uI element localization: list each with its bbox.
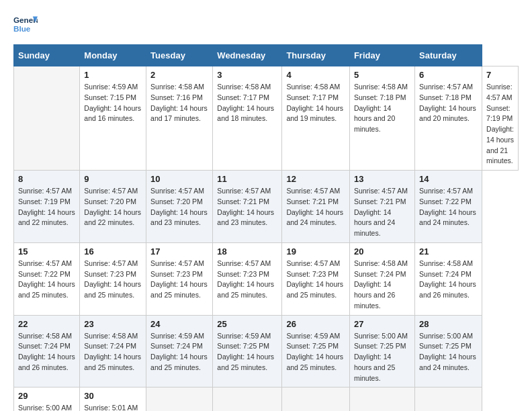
calendar-day-2: 2 Sunrise: 4:58 AM Sunset: 7:16 PM Dayli… [146,66,213,171]
calendar-day-5: 5 Sunrise: 4:58 AM Sunset: 7:18 PM Dayli… [349,66,414,171]
calendar-day-21: 21 Sunrise: 4:58 AM Sunset: 7:24 PM Dayl… [415,242,482,315]
day-info: Sunrise: 4:57 AM Sunset: 7:23 PM Dayligh… [286,259,345,301]
calendar-day-26: 26 Sunrise: 4:59 AM Sunset: 7:25 PM Dayl… [282,315,350,387]
calendar-day-13: 13 Sunrise: 4:57 AM Sunset: 7:21 PM Dayl… [349,171,414,243]
day-number: 5 [354,70,410,80]
empty-cell [14,66,80,171]
day-info: Sunrise: 4:57 AM Sunset: 7:23 PM Dayligh… [217,259,277,301]
calendar-day-17: 17 Sunrise: 4:57 AM Sunset: 7:23 PM Dayl… [146,242,213,315]
day-info: Sunrise: 4:58 AM Sunset: 7:17 PM Dayligh… [217,82,277,124]
calendar-day-1: 1 Sunrise: 4:59 AM Sunset: 7:15 PM Dayli… [80,66,146,171]
calendar-day-22: 22 Sunrise: 4:58 AM Sunset: 7:24 PM Dayl… [14,315,80,387]
calendar-week-2: 8 Sunrise: 4:57 AM Sunset: 7:19 PM Dayli… [14,171,519,243]
day-number: 20 [354,246,410,257]
calendar-day-18: 18 Sunrise: 4:57 AM Sunset: 7:23 PM Dayl… [213,242,282,315]
day-info: Sunrise: 4:57 AM Sunset: 7:23 PM Dayligh… [84,259,142,301]
calendar-day-20: 20 Sunrise: 4:58 AM Sunset: 7:24 PM Dayl… [349,242,414,315]
calendar-day-15: 15 Sunrise: 4:57 AM Sunset: 7:22 PM Dayl… [14,242,80,315]
day-info: Sunrise: 4:59 AM Sunset: 7:24 PM Dayligh… [150,331,208,373]
calendar-day-7: 7 Sunrise: 4:57 AM Sunset: 7:19 PM Dayli… [482,66,519,171]
day-number: 25 [217,319,277,329]
day-number: 23 [84,319,142,329]
day-info: Sunrise: 4:57 AM Sunset: 7:19 PM Dayligh… [18,186,75,228]
day-info: Sunrise: 4:57 AM Sunset: 7:22 PM Dayligh… [419,186,478,228]
calendar-day-24: 24 Sunrise: 4:59 AM Sunset: 7:24 PM Dayl… [146,315,213,387]
page-header: General Blue [13,13,519,38]
day-info: Sunrise: 4:58 AM Sunset: 7:16 PM Dayligh… [150,82,208,124]
day-info: Sunrise: 4:57 AM Sunset: 7:23 PM Dayligh… [150,259,208,301]
calendar-day-23: 23 Sunrise: 4:58 AM Sunset: 7:24 PM Dayl… [80,315,146,387]
calendar-week-3: 15 Sunrise: 4:57 AM Sunset: 7:22 PM Dayl… [14,242,519,315]
day-info: Sunrise: 4:58 AM Sunset: 7:24 PM Dayligh… [419,259,478,301]
day-number: 1 [84,70,142,80]
calendar-day-6: 6 Sunrise: 4:57 AM Sunset: 7:18 PM Dayli… [415,66,482,171]
svg-text:Blue: Blue [13,24,31,33]
day-number: 10 [150,174,208,184]
weekday-header-monday: Monday [80,45,146,66]
weekday-header-row: SundayMondayTuesdayWednesdayThursdayFrid… [14,45,519,66]
day-info: Sunrise: 4:59 AM Sunset: 7:25 PM Dayligh… [217,331,277,373]
day-number: 29 [18,391,75,401]
day-info: Sunrise: 4:57 AM Sunset: 7:21 PM Dayligh… [217,186,277,228]
calendar-day-4: 4 Sunrise: 4:58 AM Sunset: 7:17 PM Dayli… [282,66,350,171]
day-number: 24 [150,319,208,329]
calendar-week-4: 22 Sunrise: 4:58 AM Sunset: 7:24 PM Dayl… [14,315,519,387]
weekday-header-thursday: Thursday [282,45,350,66]
empty-cell [213,387,282,411]
calendar-day-3: 3 Sunrise: 4:58 AM Sunset: 7:17 PM Dayli… [213,66,282,171]
day-number: 13 [354,174,410,184]
calendar-day-16: 16 Sunrise: 4:57 AM Sunset: 7:23 PM Dayl… [80,242,146,315]
day-number: 3 [217,70,277,80]
day-number: 9 [84,174,142,184]
day-number: 7 [486,70,514,80]
calendar-day-28: 28 Sunrise: 5:00 AM Sunset: 7:25 PM Dayl… [415,315,482,387]
calendar-day-8: 8 Sunrise: 4:57 AM Sunset: 7:19 PM Dayli… [14,171,80,243]
day-number: 6 [419,70,478,80]
day-number: 26 [286,319,345,329]
day-info: Sunrise: 4:58 AM Sunset: 7:24 PM Dayligh… [354,259,410,312]
weekday-header-saturday: Saturday [415,45,482,66]
calendar-day-29: 29 Sunrise: 5:00 AM Sunset: 7:25 PM Dayl… [14,387,80,411]
empty-cell [282,387,350,411]
calendar-day-12: 12 Sunrise: 4:57 AM Sunset: 7:21 PM Dayl… [282,171,350,243]
day-number: 12 [286,174,345,184]
day-info: Sunrise: 4:58 AM Sunset: 7:24 PM Dayligh… [84,331,142,373]
day-info: Sunrise: 4:57 AM Sunset: 7:20 PM Dayligh… [84,186,142,228]
day-info: Sunrise: 5:01 AM Sunset: 7:25 PM Dayligh… [84,403,142,411]
calendar-day-9: 9 Sunrise: 4:57 AM Sunset: 7:20 PM Dayli… [80,171,146,243]
weekday-header-tuesday: Tuesday [146,45,213,66]
calendar-day-14: 14 Sunrise: 4:57 AM Sunset: 7:22 PM Dayl… [415,171,482,243]
day-info: Sunrise: 4:59 AM Sunset: 7:25 PM Dayligh… [286,331,345,373]
day-number: 2 [150,70,208,80]
day-number: 8 [18,174,75,184]
logo-icon: General Blue [13,13,38,38]
calendar-day-27: 27 Sunrise: 5:00 AM Sunset: 7:25 PM Dayl… [349,315,414,387]
day-info: Sunrise: 4:58 AM Sunset: 7:24 PM Dayligh… [18,331,75,373]
calendar-day-30: 30 Sunrise: 5:01 AM Sunset: 7:25 PM Dayl… [80,387,146,411]
logo: General Blue [13,13,38,38]
day-info: Sunrise: 5:00 AM Sunset: 7:25 PM Dayligh… [354,331,410,384]
day-number: 15 [18,246,75,257]
day-number: 22 [18,319,75,329]
calendar-day-10: 10 Sunrise: 4:57 AM Sunset: 7:20 PM Dayl… [146,171,213,243]
day-info: Sunrise: 4:57 AM Sunset: 7:21 PM Dayligh… [286,186,345,228]
day-info: Sunrise: 4:57 AM Sunset: 7:19 PM Dayligh… [486,82,514,167]
day-number: 18 [217,246,277,257]
day-number: 30 [84,391,142,401]
day-info: Sunrise: 4:58 AM Sunset: 7:17 PM Dayligh… [286,82,345,124]
empty-cell [146,387,213,411]
day-info: Sunrise: 4:59 AM Sunset: 7:15 PM Dayligh… [84,82,142,124]
day-info: Sunrise: 4:57 AM Sunset: 7:18 PM Dayligh… [419,82,478,124]
day-info: Sunrise: 4:57 AM Sunset: 7:20 PM Dayligh… [150,186,208,228]
day-number: 17 [150,246,208,257]
weekday-header-friday: Friday [349,45,414,66]
day-info: Sunrise: 4:57 AM Sunset: 7:22 PM Dayligh… [18,259,75,301]
calendar-day-25: 25 Sunrise: 4:59 AM Sunset: 7:25 PM Dayl… [213,315,282,387]
day-number: 27 [354,319,410,329]
calendar-day-19: 19 Sunrise: 4:57 AM Sunset: 7:23 PM Dayl… [282,242,350,315]
day-info: Sunrise: 5:00 AM Sunset: 7:25 PM Dayligh… [18,403,75,411]
day-number: 28 [419,319,478,329]
calendar-week-1: 1 Sunrise: 4:59 AM Sunset: 7:15 PM Dayli… [14,66,519,171]
weekday-header-wednesday: Wednesday [213,45,282,66]
day-number: 16 [84,246,142,257]
